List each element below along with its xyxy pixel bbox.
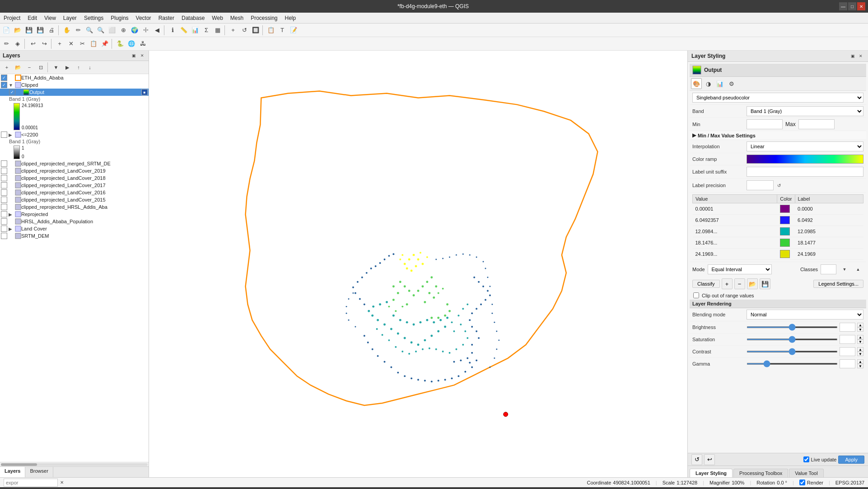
brightness-down[interactable]: ▼ <box>857 327 863 332</box>
menu-help[interactable]: Help <box>281 14 300 22</box>
brightness-spinner[interactable]: ▲ ▼ <box>857 323 863 332</box>
redo-btn[interactable]: ↪ <box>39 38 50 49</box>
color-ramp-widget[interactable] <box>747 155 863 164</box>
menu-processing[interactable]: Processing <box>247 14 281 22</box>
color-swatch[interactable] <box>780 205 790 213</box>
save-project-btn[interactable]: 💾 <box>23 25 34 36</box>
cut-features-btn[interactable]: ✂ <box>77 38 88 49</box>
gamma-spinner[interactable]: ▲ ▼ <box>857 359 863 368</box>
gamma-value[interactable]: 1.00 <box>840 359 855 368</box>
select-btn[interactable]: 🔍 <box>84 25 95 36</box>
add-feature-btn[interactable]: + <box>54 38 65 49</box>
renderer-tab-transparency[interactable]: ◑ <box>703 78 714 89</box>
brightness-value[interactable]: 0 <box>840 323 855 332</box>
menu-layer[interactable]: Layer <box>60 14 80 22</box>
blending-select[interactable]: Normal Multiply Screen <box>747 310 863 320</box>
value-table-row[interactable]: 12.0984... 12.0985 <box>693 226 863 237</box>
layer-item-eth-addis[interactable]: ✓ ETH_Addis_Ababa <box>0 74 149 81</box>
layer-clipped-srtm[interactable]: clipped_reprojected_merged_SRTM_DE <box>0 160 149 167</box>
color-swatch[interactable] <box>780 250 790 258</box>
label-btn[interactable]: T <box>277 25 288 36</box>
value-table-row[interactable]: 24.1969... 24.1969 <box>693 249 863 260</box>
styling-close-btn[interactable]: ✕ <box>857 52 864 60</box>
layer-srtm-dem[interactable]: SRTM_DEM <box>0 232 149 240</box>
layer-hrsl-clipped[interactable]: clipped_reprojected_HRSL_Addis_Aba <box>0 203 149 211</box>
node-tool-btn[interactable]: ◈ <box>12 38 23 49</box>
add-class-btn[interactable]: + <box>722 278 733 289</box>
delete-selected-btn[interactable]: ✕ <box>65 38 76 49</box>
live-update-checkbox[interactable] <box>803 456 809 462</box>
attribute-table-btn[interactable]: 📊 <box>190 25 201 36</box>
layer-land-cover[interactable]: ▶ Land Cover <box>0 225 149 232</box>
window-controls[interactable]: — □ ✕ <box>839 2 868 10</box>
saturation-slider[interactable] <box>747 339 838 340</box>
copy-features-btn[interactable]: 📋 <box>88 38 99 49</box>
contrast-spinner[interactable]: ▲ ▼ <box>857 347 863 356</box>
renderer-tab-histogram[interactable]: 📊 <box>714 78 725 89</box>
contrast-down[interactable]: ▼ <box>857 352 863 356</box>
color-cell[interactable] <box>777 203 795 215</box>
tab-browser[interactable]: Browser <box>25 467 53 477</box>
remove-class-btn[interactable]: − <box>734 278 745 289</box>
classify-button[interactable]: Classify <box>692 280 720 288</box>
layer-expand-clipped[interactable]: ▼ <box>9 83 15 88</box>
legend-settings-btn[interactable]: Legend Settings... <box>813 280 863 288</box>
cb-hrsl-pop[interactable] <box>1 218 7 225</box>
expand-land-cover[interactable]: ▶ <box>9 226 15 231</box>
prev-extent-btn[interactable]: ◀ <box>152 25 163 36</box>
clip-range-checkbox[interactable] <box>693 292 699 298</box>
cb-reprojected[interactable] <box>1 211 7 217</box>
print-btn[interactable]: 🖨 <box>46 25 57 36</box>
layer-item-lte2200[interactable]: ▶ <=2200 <box>0 131 149 138</box>
zoom-layer-btn[interactable]: ⊕ <box>118 25 129 36</box>
contrast-value[interactable]: 0 <box>840 347 855 356</box>
menu-project[interactable]: Project <box>0 14 24 22</box>
layer-reprojected[interactable]: ▶ Reprojected <box>0 211 149 218</box>
menu-vector[interactable]: Vector <box>132 14 155 22</box>
layer-expand-lte2200[interactable]: ▶ <box>9 132 15 137</box>
brightness-up[interactable]: ▲ <box>857 323 863 327</box>
open-layer-btn[interactable]: 📂 <box>13 62 23 73</box>
layers-close-btn[interactable]: ▣ <box>130 52 137 59</box>
max-input[interactable]: 24.1969128 <box>798 119 835 129</box>
tab-value-tool[interactable]: Value Tool <box>789 469 823 477</box>
zoom-in-btn2[interactable]: + <box>228 25 238 36</box>
menu-settings[interactable]: Settings <box>80 14 107 22</box>
tab-processing-toolbox[interactable]: Processing Toolbox <box>733 469 788 477</box>
digitize-edit-btn[interactable]: ✏ <box>1 38 12 49</box>
filter-layer-btn[interactable]: ⊡ <box>35 62 46 73</box>
label-precision-input[interactable]: 4 <box>747 180 774 190</box>
undo-btn[interactable]: ↩ <box>28 38 38 49</box>
move-up-btn[interactable]: ↑ <box>73 62 84 73</box>
layer-item-clipped[interactable]: ✓ ▼ Clipped <box>0 81 149 89</box>
zoom-box-btn[interactable]: ⬜ <box>107 25 117 36</box>
value-table-row[interactable]: 0.00001 0.0000 <box>693 203 863 215</box>
band-select[interactable]: Band 1 (Gray) <box>747 106 863 116</box>
layer-checkbox-lte2200[interactable] <box>1 132 7 138</box>
brightness-slider[interactable] <box>747 326 838 328</box>
layer-lc2015[interactable]: clipped_reprojected_LandCover_2015 <box>0 196 149 203</box>
cb-srtm[interactable] <box>1 160 7 167</box>
cb-srtm-dem[interactable] <box>1 233 7 239</box>
load-colormap-btn[interactable]: 📂 <box>747 278 758 289</box>
color-swatch[interactable] <box>780 216 790 224</box>
layer-lc2018[interactable]: clipped_reprojected_LandCover_2018 <box>0 174 149 182</box>
layer-lc2016[interactable]: clipped_reprojected_LandCover_2016 <box>0 189 149 196</box>
pan-map-btn[interactable]: ☩ <box>140 25 151 36</box>
cb-lc2016[interactable] <box>1 189 7 196</box>
tab-layer-styling[interactable]: Layer Styling <box>690 469 733 477</box>
color-swatch[interactable] <box>780 239 790 247</box>
collapse-all-btn[interactable]: ▶ <box>62 62 73 73</box>
annotation-btn[interactable]: 📝 <box>288 25 299 36</box>
saturation-down[interactable]: ▼ <box>857 339 863 344</box>
min-input[interactable]: 0.00001 <box>747 119 783 129</box>
zoom-out-btn[interactable]: 🔍 <box>95 25 106 36</box>
menu-database[interactable]: Database <box>178 14 208 22</box>
layer-item-output[interactable]: ✓ Output ■ <box>0 89 149 96</box>
zoom-all-btn[interactable]: 🌍 <box>129 25 140 36</box>
cb-hrsl-clipped[interactable] <box>1 204 7 210</box>
identify-btn[interactable]: ℹ <box>167 25 178 36</box>
map-canvas[interactable] <box>149 51 687 477</box>
menu-raster[interactable]: Raster <box>155 14 178 22</box>
layer-hrsl-pop[interactable]: HRSL_Addis_Ababa_Population <box>0 218 149 225</box>
